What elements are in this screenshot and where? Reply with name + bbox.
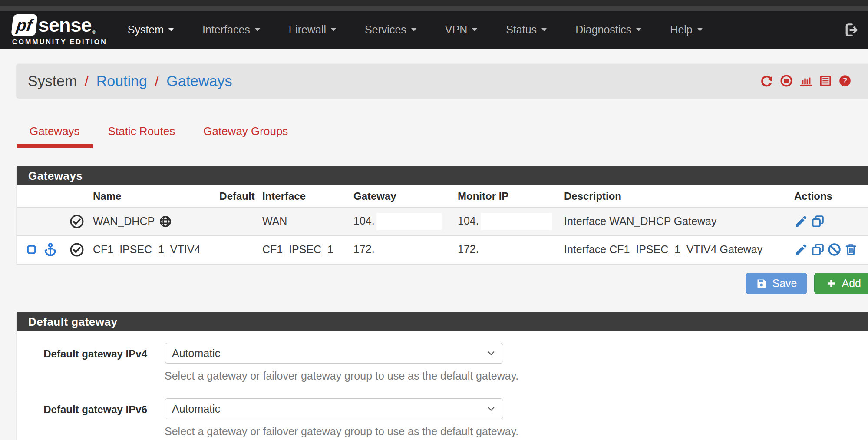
- redacted-ip: [376, 213, 442, 230]
- gateway-name: CF1_IPSEC_1_VTIV4: [93, 243, 200, 256]
- chevron-down-icon: [411, 28, 416, 31]
- menu-item-system[interactable]: System: [113, 11, 188, 49]
- column-name: Name: [89, 185, 215, 207]
- gateway-address: 104.: [353, 214, 375, 226]
- menu-item-status[interactable]: Status: [492, 11, 561, 49]
- tab-static-routes[interactable]: Static Routes: [95, 120, 188, 148]
- window-top-strip: [0, 0, 868, 6]
- gateway-interface: CF1_IPSEC_1: [259, 235, 350, 264]
- menu-label: Firewall: [289, 23, 326, 36]
- save-button-label: Save: [772, 277, 797, 290]
- check-circle-icon: [69, 214, 85, 229]
- field-default-gateway-ipv4: Default gateway IPv4 Automatic Select a …: [17, 331, 868, 390]
- help-icon[interactable]: ?: [838, 74, 852, 88]
- breadcrumb-section: System: [28, 73, 77, 89]
- chevron-down-icon: [486, 404, 496, 414]
- menu-label: Diagnostics: [575, 23, 631, 36]
- menu-item-vpn[interactable]: VPN: [431, 11, 492, 49]
- default-gateway-ipv6-select[interactable]: Automatic: [165, 398, 503, 419]
- tab-gateways[interactable]: Gateways: [17, 120, 93, 148]
- stop-circle-icon[interactable]: [779, 74, 793, 88]
- field-default-gateway-ipv6: Default gateway IPv6 Automatic Select a …: [17, 390, 868, 440]
- pfsense-logo-tile: pf: [11, 14, 37, 36]
- add-button[interactable]: Add: [814, 273, 868, 294]
- community-edition-label: COMMUNITY EDITION: [12, 38, 107, 46]
- gateway-description: Interface WAN_DHCP Gateway: [561, 207, 791, 235]
- plus-icon: [826, 278, 837, 289]
- page-content: System / Routing / Gateways: [17, 64, 868, 440]
- bar-chart-icon[interactable]: [799, 74, 813, 88]
- breadcrumb-link-routing[interactable]: Routing: [96, 73, 147, 89]
- select-value: Automatic: [172, 403, 220, 415]
- column-interface: Interface: [259, 185, 350, 207]
- table-header-row: Name Default Interface Gateway Monitor I…: [17, 185, 868, 207]
- column-row-icons: [17, 185, 66, 207]
- anchor-icon[interactable]: [43, 242, 58, 258]
- refresh-icon[interactable]: [760, 74, 774, 88]
- tab-gateway-groups[interactable]: Gateway Groups: [190, 120, 301, 148]
- gateway-description: Interface CF1_IPSEC_1_VTIV4 Gateway: [561, 235, 791, 264]
- chevron-down-icon: [541, 28, 547, 31]
- pfsense-logo-text: sense: [38, 14, 92, 36]
- column-gateway: Gateway: [350, 185, 454, 207]
- check-circle-icon: [69, 242, 85, 258]
- column-description: Description: [561, 185, 791, 207]
- menu-item-help[interactable]: Help: [656, 11, 716, 49]
- gateway-default: [215, 235, 259, 264]
- breadcrumb-separator: /: [81, 73, 92, 89]
- menu-label: Interfaces: [202, 23, 250, 36]
- gateway-default: [215, 207, 259, 235]
- pfsense-logo[interactable]: pf sense ® COMMUNITY EDITION: [12, 14, 107, 46]
- menu-item-interfaces[interactable]: Interfaces: [188, 11, 274, 49]
- logout-button[interactable]: [841, 20, 862, 40]
- breadcrumb: System / Routing / Gateways: [17, 64, 868, 98]
- column-actions: Actions: [791, 185, 868, 207]
- globe-icon: [159, 215, 172, 228]
- monitor-ip: 104.: [458, 214, 479, 226]
- default-gateway-panel-title: Default gateway: [17, 312, 868, 331]
- tab-bar: Gateways Static Routes Gateway Groups: [17, 120, 868, 148]
- save-button[interactable]: Save: [746, 273, 807, 294]
- chevron-down-icon: [697, 28, 703, 31]
- redacted-ip: [481, 213, 552, 230]
- table-row: CF1_IPSEC_1_VTIV4 CF1_IPSEC_1 172. 172. …: [17, 235, 868, 264]
- form-actions: Save Add: [17, 273, 868, 294]
- trash-icon[interactable]: [844, 242, 858, 257]
- gateways-panel: Gateways Name Default Interface Gateway …: [17, 166, 868, 264]
- navbar: pf sense ® COMMUNITY EDITION System Inte…: [0, 11, 868, 49]
- monitor-ip: 172.: [458, 242, 479, 255]
- menu-item-services[interactable]: Services: [350, 11, 431, 49]
- breadcrumb-link-gateways[interactable]: Gateways: [166, 73, 232, 89]
- menu-item-firewall[interactable]: Firewall: [274, 11, 350, 49]
- default-gateway-ipv4-select[interactable]: Automatic: [165, 343, 503, 364]
- menu-label: VPN: [445, 23, 467, 36]
- edit-icon[interactable]: [794, 214, 809, 228]
- redacted-ip: [481, 241, 552, 258]
- breadcrumb-separator: /: [151, 73, 162, 89]
- column-status: [66, 185, 89, 207]
- redacted-ip: [376, 241, 442, 258]
- edit-icon[interactable]: [794, 242, 809, 257]
- ban-icon[interactable]: [827, 242, 842, 257]
- field-help-text: Select a gateway or failover gateway gro…: [165, 370, 518, 382]
- field-label: Default gateway IPv4: [17, 343, 147, 382]
- svg-text:?: ?: [843, 76, 848, 85]
- column-default: Default: [215, 185, 259, 207]
- list-icon[interactable]: [818, 74, 832, 88]
- copy-icon[interactable]: [811, 214, 825, 228]
- main-menu: System Interfaces Firewall Services VPN …: [113, 11, 717, 49]
- column-monitor-ip: Monitor IP: [454, 185, 561, 207]
- field-help-text: Select a gateway or failover gateway gro…: [165, 425, 518, 438]
- gateway-name: WAN_DHCP: [93, 215, 155, 228]
- sign-out-icon: [844, 22, 859, 38]
- chevron-down-icon: [255, 28, 260, 31]
- checkbox-icon[interactable]: [26, 244, 37, 255]
- menu-item-diagnostics[interactable]: Diagnostics: [561, 11, 656, 49]
- copy-icon[interactable]: [811, 242, 825, 257]
- breadcrumb-toolbar: ?: [760, 74, 852, 88]
- gateways-panel-title: Gateways: [17, 166, 868, 185]
- gateways-table: Name Default Interface Gateway Monitor I…: [17, 185, 868, 264]
- gateway-address: 172.: [353, 242, 375, 255]
- default-gateway-panel: Default gateway Default gateway IPv4 Aut…: [17, 312, 868, 440]
- add-button-label: Add: [842, 277, 861, 290]
